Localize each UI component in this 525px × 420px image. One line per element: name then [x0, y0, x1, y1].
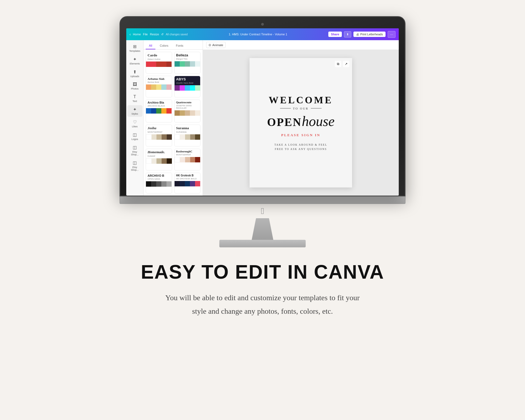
sidebar-item-etsy2[interactable]: ◫ Etsy Shop...: [127, 159, 142, 173]
sign-in-text: PLEASE SIGN IN: [281, 133, 320, 137]
home-link[interactable]: Home: [133, 33, 141, 36]
animate-button[interactable]: ◎ Animate: [206, 42, 226, 48]
card-subname-archivo-black: ARCHIVO BLACK: [146, 105, 172, 108]
style-card-abys[interactable]: ABYS Josefin Sans Bold: [174, 76, 201, 97]
print-button[interactable]: 🖨 Print Letterheads: [353, 32, 386, 37]
card-name-archivo-b: ARCHIVO B: [146, 173, 172, 178]
card-subname-roxborough: MONTSERRAT: [175, 153, 200, 157]
styles-label: Styles: [131, 112, 138, 115]
take-look-line1: TAKE A LOOK AROUND & FEEL: [274, 143, 327, 147]
card-subname-arbutus: Barlow Bold: [146, 81, 172, 84]
camera-dot: [261, 23, 264, 26]
card-name-abys: ABYS: [175, 76, 200, 82]
card-subname-hk-grotesk: HK GROTESK BOLD: [175, 177, 200, 181]
design-card: ⧉ ↗ WELCOME TO OUR OPEN hous: [250, 58, 352, 187]
copy-icon[interactable]: ⧉: [335, 61, 341, 67]
card-colors-archivo-black: [146, 108, 172, 114]
card-colors-cardo: [146, 62, 172, 67]
text-label: Text: [132, 100, 137, 103]
style-card-suranna[interactable]: Suranna SURANNA: [174, 125, 201, 146]
card-colors-archivo-b: [146, 181, 172, 187]
card-colors-abys: [175, 85, 200, 91]
topbar-actions: Share ⬇ 🖨 Print Letterheads ···: [328, 31, 396, 38]
style-card-belleza[interactable]: Belleza Margot Thin: [174, 52, 201, 74]
style-card-archivo-b[interactable]: ARCHIVO B OPEN SANS: [146, 173, 172, 193]
sidebar-item-photos[interactable]: 🖼 Photos: [127, 80, 142, 92]
etsy2-label: Etsy Shop...: [128, 166, 141, 171]
document-title: 1. HMS: Under Contract Timeline - Volume…: [190, 33, 326, 36]
back-arrow-icon[interactable]: ‹: [129, 32, 131, 36]
card-subname-belleza: Margot Thin: [175, 58, 200, 61]
bottom-section: EASY TO EDIT IN CANVA You will be able t…: [87, 261, 438, 318]
sub-text-line2: style and change any photos, fonts, colo…: [141, 305, 384, 318]
templates-label: Templates: [129, 50, 140, 52]
photos-label: Photos: [131, 87, 138, 90]
logos-label: Logos: [131, 138, 138, 141]
right-divider: [311, 108, 322, 108]
logos-icon: ◫: [133, 132, 137, 137]
sidebar-item-text[interactable]: T Text: [127, 93, 142, 104]
monitor-wrapper: ‹ Home File Resize ↺ All changes saved 1…: [114, 16, 411, 247]
style-card-archivo-black[interactable]: Archivo Bla ARCHIVO BLACK: [146, 100, 172, 122]
templates-icon: ⊞: [133, 44, 137, 49]
resize-menu[interactable]: Resize: [150, 33, 159, 36]
sidebar-item-templates[interactable]: ⊞ Templates: [127, 42, 142, 54]
sidebar-item-styles[interactable]: ✦ Styles: [127, 105, 142, 117]
panel-tabs: All Colors Fonts: [144, 40, 203, 50]
canvas-toolbar: ◎ Animate: [203, 40, 399, 50]
to-our-text: TO OUR: [293, 107, 309, 110]
sidebar-item-likes[interactable]: ♡ Likes: [127, 118, 142, 129]
monitor-neck: [252, 218, 273, 240]
take-look-text: TAKE A LOOK AROUND & FEEL FREE TO ASK AN…: [274, 143, 327, 151]
style-items: Cardo Didact Gothic: [144, 50, 203, 196]
tab-colors[interactable]: Colors: [156, 42, 172, 49]
undo-icon[interactable]: ↺: [161, 33, 163, 36]
style-card-hk-grotesk[interactable]: HK Grotesk B HK GROTESK BOLD: [174, 173, 201, 193]
sidebar-item-uploads[interactable]: ⬆ Uploads: [127, 68, 142, 79]
open-house-line: OPEN house: [267, 113, 335, 129]
card-name-cardo: Cardo: [146, 52, 172, 58]
more-options-button[interactable]: ···: [388, 31, 396, 38]
tab-fonts[interactable]: Fonts: [173, 42, 187, 49]
style-card-homemade[interactable]: Homemade. Kollektif: [146, 149, 172, 170]
sidebar-item-logos[interactable]: ◫ Logos: [127, 131, 142, 142]
card-colors-arbutus: [146, 84, 172, 90]
styles-icon: ✦: [133, 107, 137, 112]
etsy1-icon: ◫: [133, 145, 137, 150]
uploads-label: Uploads: [130, 75, 139, 78]
card-colors-roxborough: [175, 157, 200, 162]
card-colors-homemade: [146, 158, 172, 164]
welcome-text: WELCOME: [269, 94, 333, 106]
sidebar-item-elements[interactable]: ✦ Elements: [127, 55, 142, 67]
card-name-belleza: Belleza: [175, 52, 200, 58]
etsy2-icon: ◫: [133, 160, 137, 165]
tab-all[interactable]: All: [146, 42, 155, 49]
share-card-icon[interactable]: ↗: [343, 61, 349, 67]
canva-topbar: ‹ Home File Resize ↺ All changes saved 1…: [126, 28, 399, 40]
file-menu[interactable]: File: [143, 33, 148, 36]
card-name-joshu: Joshu: [146, 125, 172, 131]
card-subname-homemade: Kollektif: [146, 155, 172, 158]
style-card-roxborough[interactable]: RoxboroughC MONTSERRAT: [174, 149, 201, 170]
card-subname-joshu: MONTSERRAT: [146, 131, 172, 134]
card-name-archivo-black: Archivo Bla: [146, 100, 172, 105]
sub-text-line1: You will be able to edit and customize y…: [141, 291, 384, 305]
elements-icon: ✦: [133, 57, 137, 62]
card-name-roxborough: RoxboroughC: [175, 149, 200, 153]
text-icon: T: [134, 94, 136, 99]
canvas-area: ◎ Animate ⧉ ↗ WELCOME: [203, 40, 399, 196]
style-card-quattrocento[interactable]: Quattrocento JOSEFIN SANS REGULAR: [174, 100, 201, 122]
print-icon: 🖨: [356, 33, 359, 36]
style-card-arbutus[interactable]: Arbutus Slab Barlow Bold: [146, 76, 172, 97]
apple-logo: : [261, 206, 264, 216]
card-copy-icons: ⧉ ↗: [335, 61, 349, 67]
card-colors-joshu: [146, 134, 172, 140]
elements-label: Elements: [130, 62, 140, 65]
share-button[interactable]: Share: [328, 32, 342, 37]
style-card-cardo[interactable]: Cardo Didact Gothic: [146, 52, 172, 74]
sidebar-item-etsy1[interactable]: ◫ Etsy Shop...: [127, 143, 142, 158]
topbar-nav: ‹ Home File Resize ↺ All changes saved: [129, 32, 188, 36]
saved-status: All changes saved: [166, 33, 188, 36]
style-card-joshu[interactable]: Joshu MONTSERRAT: [146, 125, 172, 146]
download-button[interactable]: ⬇: [344, 31, 351, 37]
